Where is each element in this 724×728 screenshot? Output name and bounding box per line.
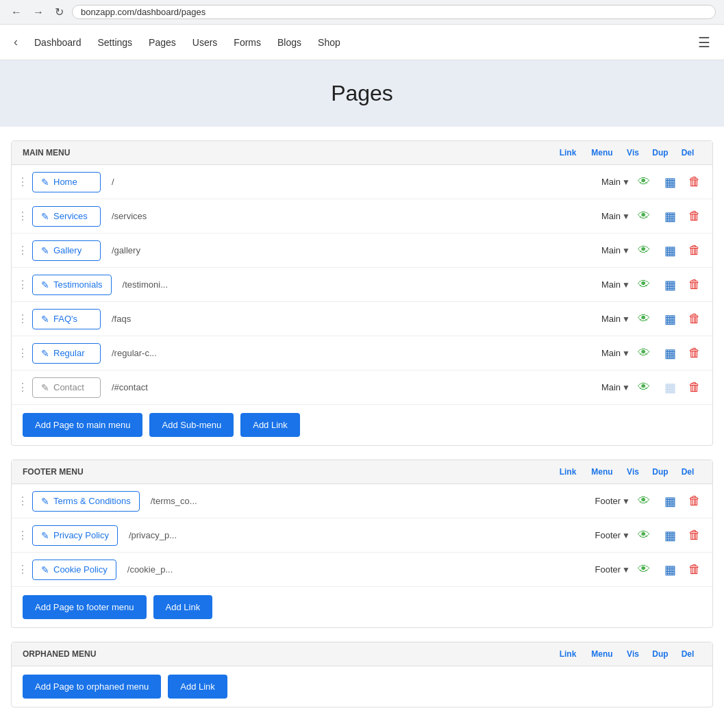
page-button-services[interactable]: ✎ Services bbox=[32, 206, 101, 227]
nav-settings[interactable]: Settings bbox=[98, 37, 133, 48]
visibility-icon[interactable]: 👁 bbox=[630, 277, 658, 292]
chevron-down-icon[interactable]: ▼ bbox=[622, 314, 630, 324]
nav-back-button[interactable]: ‹ bbox=[14, 35, 18, 49]
delete-button[interactable]: 🗑 bbox=[682, 562, 707, 577]
drag-handle-icon[interactable]: ⋮ bbox=[17, 381, 28, 394]
footer-menu-actions: Add Page to footer menu Add Link bbox=[12, 587, 712, 627]
duplicate-button[interactable]: ▦ bbox=[658, 346, 682, 361]
page-button-terms[interactable]: ✎ Terms & Conditions bbox=[32, 491, 140, 512]
hamburger-menu[interactable]: ☰ bbox=[698, 34, 710, 51]
add-link-main-button[interactable]: Add Link bbox=[240, 413, 300, 437]
page-button-privacy[interactable]: ✎ Privacy Policy bbox=[32, 525, 118, 546]
visibility-icon[interactable]: 👁 bbox=[630, 243, 658, 258]
edit-icon: ✎ bbox=[41, 382, 49, 393]
duplicate-button[interactable]: ▦ bbox=[658, 243, 682, 258]
duplicate-button[interactable]: ▦ bbox=[658, 528, 682, 543]
back-button[interactable]: ← bbox=[8, 5, 25, 20]
chevron-down-icon[interactable]: ▼ bbox=[622, 246, 630, 255]
drag-handle-icon[interactable]: ⋮ bbox=[17, 347, 28, 360]
forward-button[interactable]: → bbox=[30, 5, 47, 20]
page-button-testimonials[interactable]: ✎ Testimonials bbox=[32, 275, 112, 295]
delete-button[interactable]: 🗑 bbox=[682, 209, 707, 223]
menu-value: Main bbox=[601, 245, 621, 255]
page-label: FAQ's bbox=[53, 314, 77, 324]
visibility-icon[interactable]: 👁 bbox=[630, 312, 658, 326]
visibility-icon[interactable]: 👁 bbox=[630, 562, 658, 577]
duplicate-button[interactable]: ▦ bbox=[658, 209, 682, 224]
drag-handle-icon[interactable]: ⋮ bbox=[17, 494, 28, 507]
nav-dashboard[interactable]: Dashboard bbox=[34, 37, 82, 48]
add-page-orphaned-menu-button[interactable]: Add Page to orphaned menu bbox=[23, 675, 161, 699]
col-vis-label: Vis bbox=[619, 467, 647, 477]
nav-users[interactable]: Users bbox=[192, 37, 218, 48]
drag-handle-icon[interactable]: ⋮ bbox=[17, 244, 28, 257]
add-page-footer-menu-button[interactable]: Add Page to footer menu bbox=[23, 595, 147, 619]
page-button-contact[interactable]: ✎ Contact bbox=[32, 377, 101, 398]
main-menu-title: MAIN MENU bbox=[23, 148, 551, 158]
menu-selector: Main ▼ bbox=[569, 211, 630, 221]
nav-shop[interactable]: Shop bbox=[318, 37, 340, 48]
chevron-down-icon[interactable]: ▼ bbox=[622, 177, 630, 187]
chevron-down-icon[interactable]: ▼ bbox=[622, 565, 630, 575]
url-bar[interactable]: bonzapp.com/dashboard/pages bbox=[72, 5, 716, 19]
page-button-cookie[interactable]: ✎ Cookie Policy bbox=[32, 560, 116, 580]
add-submenu-button[interactable]: Add Sub-menu bbox=[149, 413, 234, 437]
visibility-icon[interactable]: 👁 bbox=[630, 175, 658, 189]
reload-button[interactable]: ↻ bbox=[52, 4, 66, 20]
duplicate-button[interactable]: ▦ bbox=[658, 494, 682, 509]
col-dup-label: Dup bbox=[647, 467, 674, 477]
page-link: /testimoni... bbox=[123, 279, 569, 290]
drag-handle-icon[interactable]: ⋮ bbox=[17, 210, 28, 223]
add-link-orphaned-button[interactable]: Add Link bbox=[168, 675, 227, 699]
delete-button[interactable]: 🗑 bbox=[682, 528, 707, 542]
page-button-home[interactable]: ✎ Home bbox=[32, 172, 101, 192]
delete-button[interactable]: 🗑 bbox=[682, 277, 707, 292]
drag-handle-icon[interactable]: ⋮ bbox=[17, 278, 28, 291]
drag-handle-icon[interactable]: ⋮ bbox=[17, 563, 28, 576]
copy-icon: ▦ bbox=[664, 278, 676, 292]
trash-icon: 🗑 bbox=[688, 346, 701, 360]
trash-icon: 🗑 bbox=[688, 209, 701, 223]
chevron-down-icon[interactable]: ▼ bbox=[622, 349, 630, 358]
nav-forms[interactable]: Forms bbox=[234, 37, 261, 48]
chevron-down-icon[interactable]: ▼ bbox=[622, 212, 630, 221]
visibility-icon[interactable]: 👁 bbox=[630, 494, 658, 508]
nav-pages[interactable]: Pages bbox=[149, 37, 176, 48]
table-row: ⋮ ✎ Contact /#contact Main ▼ 👁 ▦ 🗑 bbox=[12, 371, 712, 405]
add-link-footer-button[interactable]: Add Link bbox=[153, 595, 213, 619]
drag-handle-icon[interactable]: ⋮ bbox=[17, 312, 28, 325]
chevron-down-icon[interactable]: ▼ bbox=[622, 531, 630, 540]
duplicate-button[interactable]: ▦ bbox=[658, 380, 682, 395]
edit-icon: ✎ bbox=[41, 314, 49, 325]
page-button-regular[interactable]: ✎ Regular bbox=[32, 343, 101, 364]
duplicate-button[interactable]: ▦ bbox=[658, 277, 682, 292]
page-button-faqs[interactable]: ✎ FAQ's bbox=[32, 309, 101, 329]
duplicate-button[interactable]: ▦ bbox=[658, 175, 682, 190]
drag-handle-icon[interactable]: ⋮ bbox=[17, 175, 28, 188]
page-link: /#contact bbox=[112, 382, 569, 392]
delete-button[interactable]: 🗑 bbox=[682, 243, 707, 258]
visibility-icon[interactable]: 👁 bbox=[630, 346, 658, 360]
add-page-main-menu-button[interactable]: Add Page to main menu bbox=[23, 413, 142, 437]
col-vis-label: Vis bbox=[619, 649, 647, 659]
chevron-down-icon[interactable]: ▼ bbox=[622, 280, 630, 290]
visibility-icon[interactable]: 👁 bbox=[630, 380, 658, 394]
page-link: /cookie_p... bbox=[127, 564, 569, 575]
duplicate-button[interactable]: ▦ bbox=[658, 312, 682, 327]
trash-icon: 🗑 bbox=[688, 312, 701, 325]
duplicate-button[interactable]: ▦ bbox=[658, 562, 682, 577]
delete-button[interactable]: 🗑 bbox=[682, 494, 707, 508]
nav-blogs[interactable]: Blogs bbox=[277, 37, 301, 48]
chevron-down-icon[interactable]: ▼ bbox=[622, 497, 630, 506]
delete-button[interactable]: 🗑 bbox=[682, 346, 707, 360]
table-row: ⋮ ✎ Home / Main ▼ 👁 ▦ 🗑 bbox=[12, 165, 712, 199]
visibility-icon[interactable]: 👁 bbox=[630, 528, 658, 542]
chevron-down-icon[interactable]: ▼ bbox=[622, 383, 630, 392]
edit-icon: ✎ bbox=[41, 177, 49, 188]
page-button-gallery[interactable]: ✎ Gallery bbox=[32, 240, 101, 261]
drag-handle-icon[interactable]: ⋮ bbox=[17, 529, 28, 542]
visibility-icon[interactable]: 👁 bbox=[630, 209, 658, 223]
delete-button[interactable]: 🗑 bbox=[682, 380, 707, 394]
delete-button[interactable]: 🗑 bbox=[682, 175, 707, 189]
delete-button[interactable]: 🗑 bbox=[682, 312, 707, 326]
